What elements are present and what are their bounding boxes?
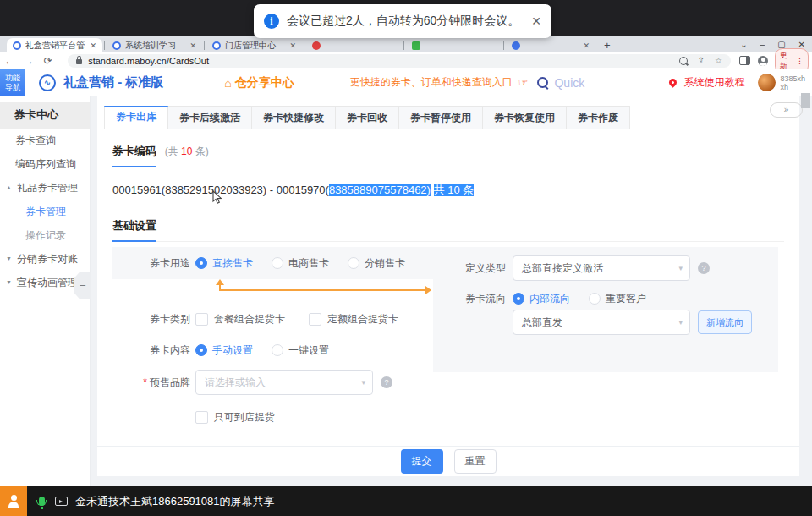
screen-share-icon [55,497,68,506]
radio-direct-sale[interactable]: 直接售卡 [195,256,253,271]
sidebar-group-gift-card-management[interactable]: ▲ 礼品券卡管理 [0,176,90,200]
tab-suspend-use[interactable]: 券卡暂停使用 [399,106,483,129]
browser-tab-4[interactable] [306,38,402,52]
tab-card-outbound[interactable]: 券卡出库 [104,106,168,129]
bookmark-star-icon[interactable]: ☆ [715,56,722,65]
maximize-icon[interactable]: ▢ [777,40,785,49]
banner-close-icon[interactable]: ✕ [524,14,541,28]
tab-followup-activation[interactable]: 券卡后续激活 [168,106,252,129]
profile-icon[interactable] [758,56,767,66]
tab-separator [104,41,105,50]
warehouse-icon: ⌂ [224,76,231,90]
connector-arrow-head [425,286,431,294]
back-icon[interactable]: ← [0,55,19,67]
sidebar-item-code-sequence-query[interactable]: 编码序列查询 [0,152,90,176]
field-label: 券卡用途 [112,256,190,271]
card-category-row: 券卡类别 套餐组合提货卡 定额组合提货卡 [112,307,417,331]
url-text[interactable]: standard.maboy.cn/CardsOut [88,56,668,66]
screen-share-bar: 金禾通技术王斌18662591081的屏幕共享 [0,486,812,516]
field-label: 券卡内容 [112,343,190,358]
tab-close-icon[interactable]: ✕ [189,41,196,50]
card-tabs: 券卡出库 券卡后续激活 券卡快捷修改 券卡回收 券卡暂停使用 券卡恢复使用 券卡… [104,106,793,129]
tab-quick-modify[interactable]: 券卡快捷修改 [252,106,336,129]
help-icon[interactable]: ? [698,262,710,274]
function-nav-toggle[interactable]: 功能 导航 [0,69,25,96]
tab-card-recycle[interactable]: 券卡回收 [336,106,399,129]
quick-search-icon[interactable] [537,77,548,88]
card-codes-section-header: 券卡编码 (共 10 条) [112,144,784,167]
radio-on-icon [195,257,207,269]
window-close-icon[interactable]: ✕ [798,40,805,49]
browser-tab-5[interactable] [406,38,502,52]
sidebar: 券卡中心 券卡查询 编码序列查询 ▲ 礼品券卡管理 券卡管理 操作记录 ▼ 分销… [0,96,91,486]
presale-brand-row: *预售品牌 请选择或输入 ▾ ? [112,370,392,395]
tab-close-icon[interactable]: ✕ [289,41,296,50]
radio-distribution-sale[interactable]: 分销售卡 [348,256,405,271]
checkbox-fixed-combo-card[interactable]: 定额组合提货卡 [309,312,398,327]
radio-important-customer[interactable]: 重要客户 [589,292,646,306]
radio-manual-setup[interactable]: 手动设置 [195,343,253,358]
help-icon[interactable]: ? [381,376,392,388]
field-label: 定义类型 [433,261,506,276]
radio-internal-flow[interactable]: 内部流向 [513,292,570,306]
side-panel-icon[interactable] [739,56,750,65]
add-flow-button[interactable]: 新增流向 [698,310,752,334]
checkbox-store-pickup-only[interactable]: 只可到店提货 [195,410,275,425]
screen: i 会议已超过2人，自动转为60分钟限时会议。 ✕ 礼盒营销平台管理中心 ✕ 系… [0,0,812,516]
form-footer: 提交 重置 [97,446,799,476]
address-bar[interactable]: standard.maboy.cn/CardsOut ⇪ ☆ [68,54,731,68]
field-label: 券卡类别 [112,312,190,327]
tab-search-icon[interactable]: ⌄ [740,40,747,49]
quick-link[interactable]: Quick [554,76,584,90]
checkbox-icon [309,313,321,326]
browser-tab-1[interactable]: 礼盒营销平台管理中心 ✕ [7,38,102,52]
menu-dots-icon: ⋮ [796,57,804,65]
card-usage-row: 券卡用途 直接售卡 电商售卡 分销售卡 [112,247,433,279]
define-type-select[interactable]: 总部直接定义激活 ▾ [513,255,690,281]
minimize-icon[interactable]: – [760,40,765,49]
tab-card-void[interactable]: 券卡作废 [567,106,630,129]
browser-tab-2[interactable]: 系统培训学习 ✕ [107,38,202,52]
sidebar-item-card-management[interactable]: 券卡管理 [0,200,90,223]
sidebar-group-distribution-reconciliation[interactable]: ▼ 分销券卡对账 [0,247,90,271]
app-logo-icon: ∿ [39,74,56,91]
connector-arrow-line [219,289,426,291]
sidebar-collapse-handle[interactable]: ☰ [74,272,91,299]
submit-button[interactable]: 提交 [401,449,443,474]
scrollbar-thumb[interactable] [801,93,810,108]
tab-separator [204,41,205,50]
reset-button[interactable]: 重置 [454,449,497,474]
user-avatar[interactable] [758,74,776,91]
new-tab-button[interactable]: + [604,39,611,52]
presale-brand-select[interactable]: 请选择或输入 ▾ [195,370,373,395]
sidebar-item-card-query[interactable]: 券卡查询 [0,129,90,152]
flow-select[interactable]: 总部直发 ▾ [513,310,690,335]
site-favicon [412,41,420,50]
reload-icon[interactable]: ⟳ [38,55,58,67]
tutorial-link[interactable]: 系统使用教程 [683,75,744,90]
warehouse-share-center-link[interactable]: ⌂ 仓分享中心 [224,75,294,91]
radio-off-icon [589,293,601,305]
tab-close-icon[interactable]: ✕ [90,41,96,50]
sidebar-title: 券卡中心 [0,102,90,129]
share-icon[interactable]: ⇪ [698,56,705,65]
caret-down-icon: ▼ [6,247,12,271]
share-bar-text: 金禾通技术王斌18662591081的屏幕共享 [75,494,275,509]
browser-tab-6[interactable]: ✕ [506,38,595,52]
radio-on-icon [513,293,524,305]
tab-resume-use[interactable]: 券卡恢复使用 [483,106,567,129]
tab-close-icon[interactable]: ✕ [583,41,590,50]
radio-ecommerce-sale[interactable]: 电商售卡 [272,256,329,271]
chevron-down-icon: ▾ [678,318,683,327]
checkbox-icon [195,411,208,424]
radio-one-click-setup[interactable]: 一键设置 [272,343,329,358]
card-content-row: 券卡内容 手动设置 一键设置 [112,338,348,362]
microphone-icon [39,497,45,506]
checkbox-package-combo-card[interactable]: 套餐组合提货卡 [195,312,285,327]
forward-icon[interactable]: → [19,55,39,67]
zoom-icon[interactable] [679,57,688,65]
selected-code-text: 8385889075578462) [329,184,431,196]
chevron-down-icon: ▾ [678,264,683,272]
browser-tab-3[interactable]: 门店管理中心 ✕ [206,38,302,52]
sidebar-item-operation-records[interactable]: 操作记录 [0,223,90,247]
